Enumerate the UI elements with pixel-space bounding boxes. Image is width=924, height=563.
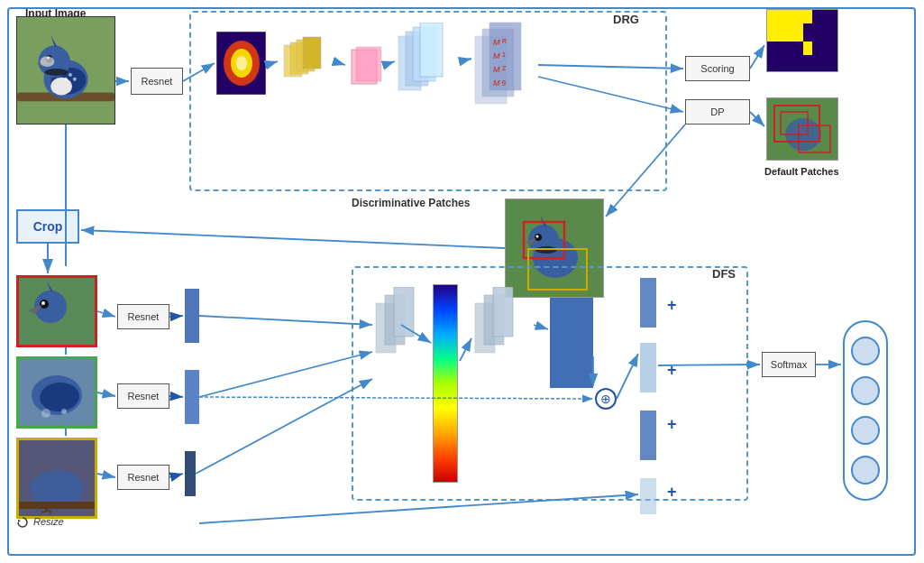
svg-line-107	[97, 474, 115, 477]
m-layers: M R M 1 M Z M g	[473, 18, 536, 108]
diagram-container: Input Image	[0, 0, 924, 563]
svg-line-112	[199, 352, 372, 397]
svg-text:Z: Z	[502, 65, 507, 71]
svg-marker-86	[18, 520, 21, 522]
svg-rect-76	[19, 502, 95, 509]
svg-point-7	[44, 69, 68, 76]
resnet-b3: Resnet	[117, 465, 169, 490]
blue-panel	[550, 298, 593, 388]
output-circle-3	[851, 416, 880, 445]
attn-panels	[374, 287, 428, 364]
score-map-image	[766, 9, 838, 72]
svg-text:M: M	[493, 51, 500, 60]
dfs-label: DFS	[712, 267, 736, 281]
patch-yellow	[16, 438, 97, 519]
svg-line-109	[169, 396, 183, 397]
feat-bar-1	[185, 289, 199, 343]
feat-bar-3	[185, 451, 196, 496]
svg-point-12	[69, 73, 72, 77]
feat-bar-2	[185, 370, 199, 424]
scoring-box: Scoring	[685, 56, 750, 81]
svg-point-13	[64, 78, 68, 81]
yellow-cubes	[279, 36, 334, 90]
default-patches-label: Default Patches	[764, 166, 839, 177]
svg-text:M: M	[493, 65, 500, 74]
cam-heatmap	[216, 32, 266, 95]
svg-point-67	[41, 301, 45, 305]
output-circle-4	[851, 456, 880, 485]
svg-point-73	[61, 409, 67, 414]
svg-point-11	[41, 56, 55, 67]
out-bar-bot	[640, 411, 656, 460]
svg-text:R: R	[502, 38, 507, 44]
resnet-b2: Resnet	[117, 383, 169, 409]
svg-line-113	[196, 379, 372, 474]
svg-line-97	[750, 45, 764, 69]
svg-rect-82	[394, 287, 414, 337]
resize-label: Resize	[16, 516, 64, 529]
pink-feat	[347, 45, 383, 90]
svg-rect-85	[493, 287, 513, 337]
output-circle-2	[851, 376, 880, 405]
out-bar-extra	[640, 478, 656, 514]
svg-line-108	[169, 316, 183, 317]
svg-rect-23	[303, 37, 321, 69]
svg-rect-25	[356, 47, 381, 81]
drg-label: DRG	[613, 13, 639, 26]
resnet-top: Resnet	[131, 68, 183, 95]
svg-line-100	[81, 230, 505, 248]
svg-line-106	[97, 392, 115, 396]
disc-patches-label: Discriminative Patches	[352, 197, 470, 209]
svg-rect-29	[420, 23, 443, 77]
resnet-b1: Resnet	[117, 304, 169, 329]
svg-line-110	[169, 474, 183, 477]
svg-point-4	[50, 78, 72, 96]
colorbar	[433, 284, 458, 483]
svg-point-18	[236, 56, 247, 70]
svg-point-72	[41, 409, 50, 418]
plus-4: +	[667, 483, 677, 502]
default-patches-image	[766, 97, 838, 161]
circle-plus: ⊕	[595, 388, 617, 410]
svg-text:g: g	[502, 78, 506, 86]
softmax-box: Softmax	[762, 352, 816, 377]
out-bar-mid	[640, 343, 656, 392]
patch-green	[16, 356, 97, 429]
conv-panels	[473, 287, 532, 364]
lblue-stack	[397, 23, 460, 104]
plus-1: +	[667, 296, 677, 315]
svg-line-105	[97, 311, 115, 317]
svg-text:M: M	[493, 78, 500, 88]
svg-point-59	[536, 235, 539, 238]
crop-box: Crop	[16, 209, 79, 244]
input-image	[16, 16, 115, 125]
svg-text:1: 1	[502, 51, 506, 58]
plus-3: +	[667, 415, 677, 434]
output-circles	[843, 320, 888, 501]
svg-text:M: M	[493, 38, 500, 47]
svg-point-14	[73, 78, 77, 81]
svg-line-98	[750, 112, 764, 126]
output-circle-1	[851, 337, 880, 365]
patch-red	[16, 275, 97, 347]
svg-line-111	[199, 316, 372, 325]
plus-2: +	[667, 361, 677, 380]
out-bar-top	[640, 278, 656, 328]
dp-box: DP	[685, 99, 750, 125]
